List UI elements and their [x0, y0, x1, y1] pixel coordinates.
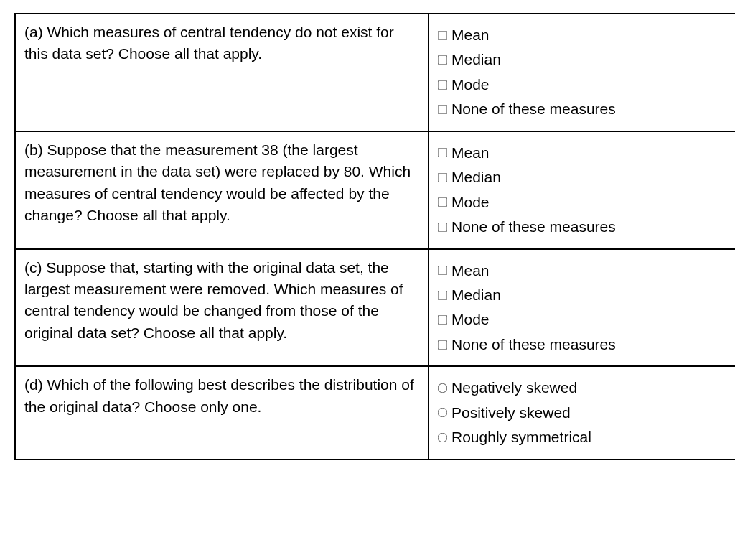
- option-a-median: Median: [438, 49, 732, 70]
- prompt-text: (a) Which measures of central tendency d…: [24, 24, 394, 62]
- option-label: Positively skewed: [451, 402, 571, 424]
- option-label: Mode: [451, 74, 490, 95]
- option-label: Negatively skewed: [451, 377, 577, 398]
- table-row: (b) Suppose that the measurement 38 (the…: [15, 131, 735, 249]
- choices-cell-d: Negatively skewed Positively skewed Roug…: [429, 366, 735, 459]
- checkbox-a-mode[interactable]: [438, 80, 448, 90]
- option-d-negative: Negatively skewed: [438, 377, 732, 398]
- option-d-symmetric: Roughly symmetrical: [438, 426, 732, 448]
- option-label: None of these measures: [451, 98, 616, 120]
- option-a-mean: Mean: [438, 24, 732, 46]
- checkbox-a-none[interactable]: [438, 105, 448, 115]
- radio-d-positive[interactable]: [438, 408, 448, 418]
- option-c-median: Median: [438, 284, 732, 306]
- checkbox-c-median[interactable]: [438, 290, 448, 300]
- option-label: Median: [451, 49, 501, 70]
- table-row: (d) Which of the following best describe…: [15, 366, 735, 459]
- prompt-text: (b) Suppose that the measurement 38 (the…: [24, 141, 411, 223]
- radio-d-symmetric[interactable]: [438, 433, 448, 443]
- checkbox-b-mode[interactable]: [438, 197, 448, 207]
- option-a-none: None of these measures: [438, 98, 732, 120]
- option-label: Median: [451, 167, 501, 188]
- checkbox-a-mean[interactable]: [438, 30, 448, 40]
- checkbox-b-none[interactable]: [438, 222, 448, 232]
- option-label: Mean: [451, 260, 490, 281]
- prompt-cell-d: (d) Which of the following best describe…: [15, 366, 429, 459]
- radio-d-negative[interactable]: [438, 383, 448, 393]
- checkbox-b-median[interactable]: [438, 173, 448, 183]
- option-label: Mode: [451, 192, 490, 213]
- option-label: Mean: [451, 24, 490, 46]
- choices-cell-b: Mean Median Mode None of these measures: [429, 131, 735, 249]
- checkbox-c-mode[interactable]: [438, 315, 448, 325]
- option-label: Median: [451, 284, 501, 306]
- option-b-none: None of these measures: [438, 216, 732, 238]
- checkbox-a-median[interactable]: [438, 55, 448, 65]
- option-b-median: Median: [438, 167, 732, 188]
- prompt-cell-c: (c) Suppose that, starting with the orig…: [15, 249, 429, 367]
- option-c-mode: Mode: [438, 309, 732, 330]
- option-b-mode: Mode: [438, 192, 732, 213]
- option-label: Mean: [451, 142, 490, 164]
- question-sheet: (a) Which measures of central tendency d…: [0, 0, 735, 560]
- choices-cell-c: Mean Median Mode None of these measures: [429, 249, 735, 367]
- option-label: Roughly symmetrical: [451, 426, 591, 448]
- option-b-mean: Mean: [438, 142, 732, 164]
- prompt-text: (d) Which of the following best describe…: [24, 376, 414, 414]
- checkbox-b-mean[interactable]: [438, 148, 448, 158]
- choices-cell-a: Mean Median Mode None of these measures: [429, 14, 735, 131]
- checkbox-c-none[interactable]: [438, 340, 448, 350]
- option-a-mode: Mode: [438, 74, 732, 95]
- option-label: None of these measures: [451, 334, 616, 355]
- prompt-cell-b: (b) Suppose that the measurement 38 (the…: [15, 131, 429, 249]
- checkbox-c-mean[interactable]: [438, 266, 448, 276]
- option-label: None of these measures: [451, 216, 616, 238]
- table-row: (c) Suppose that, starting with the orig…: [15, 249, 735, 367]
- question-table: (a) Which measures of central tendency d…: [14, 13, 735, 460]
- option-c-mean: Mean: [438, 260, 732, 281]
- table-row: (a) Which measures of central tendency d…: [15, 14, 735, 131]
- prompt-cell-a: (a) Which measures of central tendency d…: [15, 14, 429, 131]
- option-d-positive: Positively skewed: [438, 402, 732, 424]
- option-c-none: None of these measures: [438, 334, 732, 355]
- option-label: Mode: [451, 309, 490, 330]
- prompt-text: (c) Suppose that, starting with the orig…: [24, 259, 403, 341]
